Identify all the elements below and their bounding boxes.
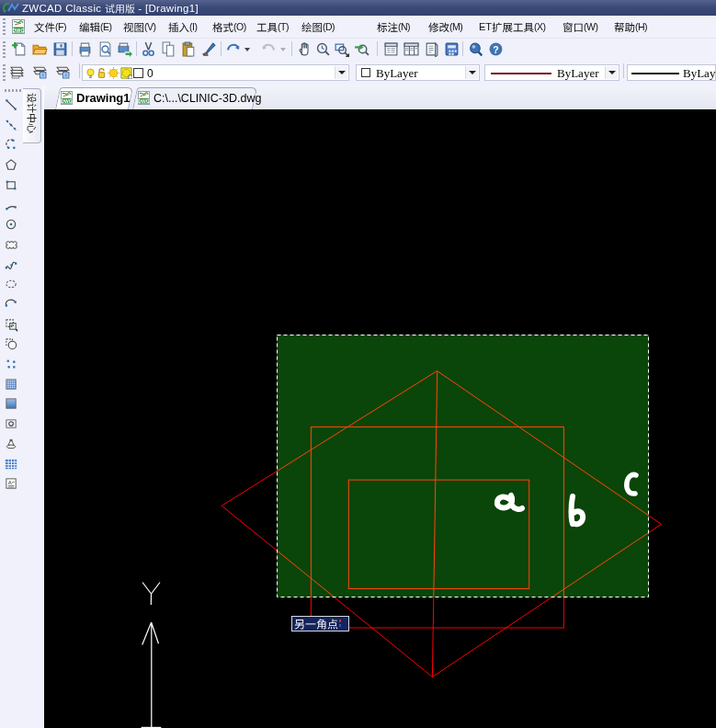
svg-text:DWG: DWG xyxy=(61,98,72,104)
svg-text:DWG: DWG xyxy=(138,98,149,104)
svg-text:DWG: DWG xyxy=(12,28,24,33)
svg-text:?: ? xyxy=(493,44,498,55)
